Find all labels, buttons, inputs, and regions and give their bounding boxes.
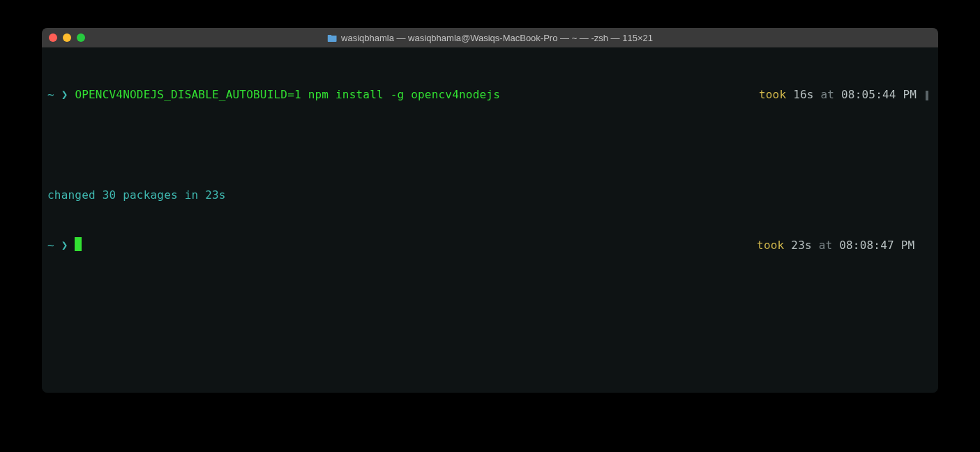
cursor-icon[interactable] — [75, 237, 82, 251]
maximize-icon[interactable] — [77, 33, 85, 42]
terminal-line-output: changed 30 packages in 23s — [47, 187, 933, 204]
took-label: took — [757, 239, 784, 252]
window-title: wasiqbhamla — wasiqbhamla@Wasiqs-MacBook… — [327, 33, 653, 43]
window-title-text: wasiqbhamla — wasiqbhamla@Wasiqs-MacBook… — [341, 33, 653, 43]
terminal-line-blank — [47, 137, 933, 153]
command-text: OPENCV4NODEJS_DISABLE_AUTOBUILD=1 npm in… — [75, 88, 500, 101]
took-value: 16s — [793, 88, 814, 101]
terminal-line-1: ~ ❯ OPENCV4NODEJS_DISABLE_AUTOBUILD=1 np… — [47, 86, 933, 103]
prompt-symbol: ❯ — [61, 239, 68, 252]
output-text: changed 30 packages in 23s — [47, 187, 226, 204]
close-icon[interactable] — [49, 33, 57, 42]
took-label: took — [759, 88, 786, 101]
took-value: 23s — [791, 239, 812, 252]
at-label: at — [819, 239, 833, 252]
prompt-path: ~ — [47, 88, 54, 101]
time-value: 08:05:44 PM — [841, 88, 917, 101]
folder-icon — [327, 33, 337, 42]
at-label: at — [820, 88, 834, 101]
terminal-window: wasiqbhamla — wasiqbhamla@Wasiqs-MacBook… — [42, 28, 938, 393]
minimize-icon[interactable] — [63, 33, 71, 42]
prompt-symbol: ❯ — [61, 88, 68, 101]
time-value: 08:08:47 PM — [839, 239, 914, 252]
line-marker-icon — [926, 91, 928, 100]
traffic-lights — [49, 33, 85, 42]
terminal-body[interactable]: ~ ❯ OPENCV4NODEJS_DISABLE_AUTOBUILD=1 np… — [42, 47, 938, 393]
titlebar[interactable]: wasiqbhamla — wasiqbhamla@Wasiqs-MacBook… — [42, 28, 938, 47]
terminal-line-prompt: ~ ❯ took 23s at 08:08:47 PM — [47, 237, 933, 254]
prompt-path: ~ — [47, 239, 54, 252]
